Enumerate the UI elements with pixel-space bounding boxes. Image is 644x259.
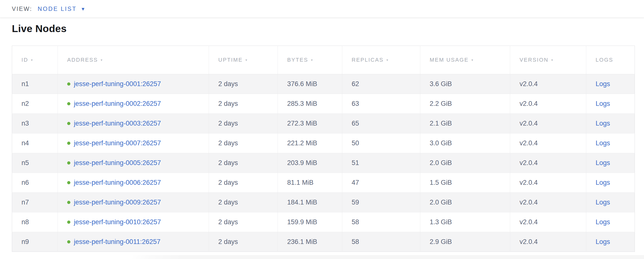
node-replicas-cell: 51	[342, 153, 420, 173]
node-uptime-cell: 2 days	[209, 212, 278, 232]
node-id: n3	[22, 120, 29, 127]
node-version-cell: v2.0.4	[510, 212, 586, 232]
node-row-n2: n2jesse-perf-tuning-0002:262572 days285.…	[12, 94, 635, 114]
node-mem-usage-cell: 1.5 GiB	[420, 173, 510, 193]
node-uptime: 2 days	[218, 159, 238, 167]
node-address-cell: jesse-perf-tuning-0006:26257	[58, 173, 209, 193]
node-uptime-cell: 2 days	[209, 153, 278, 173]
node-id-cell: n2	[12, 94, 58, 114]
node-address-cell: jesse-perf-tuning-0005:26257	[58, 153, 209, 173]
node-logs-link[interactable]: Logs	[596, 238, 610, 246]
caret-down-icon: ▼	[81, 7, 86, 11]
node-address-link[interactable]: jesse-perf-tuning-0006:26257	[74, 179, 161, 186]
node-replicas-cell: 47	[342, 173, 420, 193]
sort-caret-icon: ▾	[101, 58, 103, 62]
node-uptime-cell: 2 days	[209, 94, 278, 114]
node-id: n8	[22, 218, 29, 226]
sort-caret-icon: ▾	[246, 58, 248, 62]
node-bytes-cell: 236.1 MiB	[278, 232, 342, 252]
node-bytes: 184.1 MiB	[287, 199, 317, 206]
node-mem-usage-cell: 2.1 GiB	[420, 114, 510, 133]
node-mem-usage-cell: 3.0 GiB	[420, 133, 510, 153]
column-header-replicas[interactable]: REPLICAS▾	[342, 46, 420, 74]
node-logs-link[interactable]: Logs	[596, 218, 610, 226]
node-address-link[interactable]: jesse-perf-tuning-0005:26257	[74, 159, 161, 167]
node-version-cell: v2.0.4	[510, 153, 586, 173]
node-mem-usage: 2.0 GiB	[430, 159, 452, 167]
view-dropdown[interactable]: NODE LIST ▼	[38, 5, 86, 12]
node-address-cell: jesse-perf-tuning-0001:26257	[58, 74, 209, 94]
node-mem-usage: 3.0 GiB	[430, 139, 452, 147]
node-version: v2.0.4	[520, 139, 538, 147]
node-logs-link[interactable]: Logs	[596, 199, 610, 206]
next-panel-shadow	[131, 255, 644, 259]
live-nodes-table: ID▾ADDRESS▾UPTIME▾BYTES▾REPLICAS▾MEM USA…	[12, 46, 635, 252]
node-uptime-cell: 2 days	[209, 74, 278, 94]
node-row-n5: n5jesse-perf-tuning-0005:262572 days203.…	[12, 153, 635, 173]
column-header-label: UPTIME	[218, 57, 243, 63]
node-version-cell: v2.0.4	[510, 173, 586, 193]
node-status-dot	[67, 221, 70, 224]
node-address-cell: jesse-perf-tuning-0003:26257	[58, 114, 209, 133]
node-address-cell: jesse-perf-tuning-0011:26257	[58, 232, 209, 252]
node-id-cell: n7	[12, 193, 58, 212]
node-address-link[interactable]: jesse-perf-tuning-0007:26257	[74, 139, 161, 147]
view-dropdown-value: NODE LIST	[38, 5, 77, 12]
node-uptime: 2 days	[218, 179, 238, 186]
view-label: VIEW:	[12, 5, 32, 12]
node-bytes: 203.9 MiB	[287, 159, 317, 167]
node-replicas: 65	[352, 120, 359, 127]
column-header-label: ID	[22, 57, 28, 63]
node-address-link[interactable]: jesse-perf-tuning-0011:26257	[74, 238, 160, 246]
node-logs-link[interactable]: Logs	[596, 179, 610, 186]
node-uptime: 2 days	[218, 238, 238, 246]
node-status-dot	[67, 181, 70, 184]
node-version-cell: v2.0.4	[510, 94, 586, 114]
node-logs-cell: Logs	[586, 94, 635, 114]
node-id-cell: n5	[12, 153, 58, 173]
node-version-cell: v2.0.4	[510, 232, 586, 252]
column-header-version[interactable]: VERSION▾	[510, 46, 586, 74]
sort-caret-icon: ▾	[551, 58, 554, 62]
node-status-dot	[67, 122, 70, 125]
node-logs-link[interactable]: Logs	[596, 80, 610, 88]
node-logs-cell: Logs	[586, 232, 635, 252]
node-id-cell: n6	[12, 173, 58, 193]
node-row-n7: n7jesse-perf-tuning-0009:262572 days184.…	[12, 193, 635, 212]
node-address-link[interactable]: jesse-perf-tuning-0003:26257	[74, 120, 161, 127]
sort-caret-icon: ▾	[31, 58, 33, 62]
node-address-link[interactable]: jesse-perf-tuning-0002:26257	[74, 100, 161, 107]
column-header-uptime[interactable]: UPTIME▾	[209, 46, 278, 74]
column-header-address[interactable]: ADDRESS▾	[58, 46, 209, 74]
node-address-link[interactable]: jesse-perf-tuning-0001:26257	[74, 80, 161, 88]
node-version-cell: v2.0.4	[510, 114, 586, 133]
column-header-mem-usage[interactable]: MEM USAGE▾	[420, 46, 510, 74]
node-logs-link[interactable]: Logs	[596, 139, 610, 147]
node-bytes-cell: 272.3 MiB	[278, 114, 342, 133]
node-id: n1	[22, 80, 29, 88]
column-header-bytes[interactable]: BYTES▾	[278, 46, 342, 74]
node-address-link[interactable]: jesse-perf-tuning-0009:26257	[74, 199, 161, 206]
node-replicas: 62	[352, 80, 359, 88]
node-address-link[interactable]: jesse-perf-tuning-0010:26257	[74, 218, 161, 226]
node-replicas-cell: 58	[342, 212, 420, 232]
node-uptime-cell: 2 days	[209, 193, 278, 212]
node-mem-usage-cell: 2.2 GiB	[420, 94, 510, 114]
node-logs-cell: Logs	[586, 74, 635, 94]
node-replicas-cell: 65	[342, 114, 420, 133]
node-address-cell: jesse-perf-tuning-0007:26257	[58, 133, 209, 153]
node-logs-link[interactable]: Logs	[596, 159, 610, 167]
node-mem-usage: 3.6 GiB	[430, 80, 452, 88]
node-bytes: 272.3 MiB	[287, 120, 317, 127]
node-id-cell: n1	[12, 74, 58, 94]
node-logs-link[interactable]: Logs	[596, 120, 610, 127]
node-uptime: 2 days	[218, 218, 238, 226]
node-id: n7	[22, 199, 29, 206]
node-logs-link[interactable]: Logs	[596, 100, 610, 107]
node-replicas-cell: 59	[342, 193, 420, 212]
node-uptime-cell: 2 days	[209, 114, 278, 133]
node-version: v2.0.4	[520, 238, 538, 246]
column-header-label: LOGS	[596, 57, 614, 63]
column-header-id[interactable]: ID▾	[12, 46, 58, 74]
node-replicas: 51	[352, 159, 359, 167]
